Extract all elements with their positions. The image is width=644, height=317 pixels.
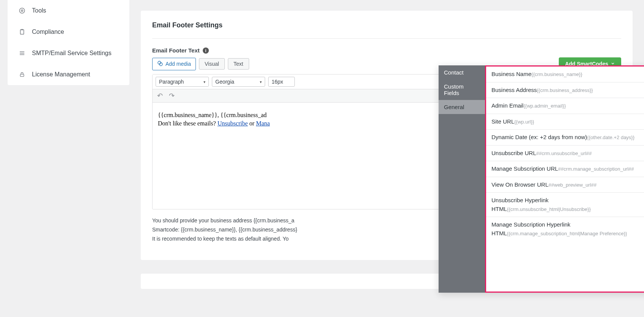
smartcodes-categories: Contact Custom Fields General (439, 65, 485, 293)
sidebar: Tools Compliance SMTP/Email Service Sett… (0, 0, 129, 317)
media-icon (157, 60, 163, 68)
smartcodes-list: Business Name{{crm.business_name}} Busin… (485, 65, 644, 293)
chevron-down-icon: ▾ (260, 80, 262, 84)
lock-icon (18, 71, 26, 78)
svg-rect-7 (20, 74, 24, 76)
redo-icon[interactable]: ↷ (169, 92, 175, 100)
text-tab[interactable]: Text (228, 58, 249, 70)
smartcodes-category-custom-fields[interactable]: Custom Fields (439, 79, 485, 100)
info-icon[interactable]: i (203, 48, 209, 54)
sidebar-item-label: Tools (32, 7, 46, 14)
chevron-down-icon: ▾ (204, 80, 205, 84)
svg-rect-3 (21, 29, 23, 30)
sidebar-item-smtp[interactable]: SMTP/Email Service Settings (8, 43, 129, 64)
gear-ring-icon (18, 7, 26, 14)
svg-point-0 (21, 10, 23, 12)
smartcodes-category-contact[interactable]: Contact (439, 65, 485, 79)
smartcodes-item-dynamic-date[interactable]: Dynamic Date (ex: +2 days from now){{oth… (486, 130, 644, 146)
unsubscribe-link[interactable]: Unsubscribe (218, 120, 248, 127)
sidebar-inner: Tools Compliance SMTP/Email Service Sett… (8, 0, 129, 85)
card-title: Email Footer Settings (152, 21, 621, 39)
visual-tab[interactable]: Visual (199, 58, 225, 70)
smartcodes-item-admin-email[interactable]: Admin Email{{wp.admin_email}} (486, 98, 644, 114)
smartcodes-item-manage-subscription-hyperlink[interactable]: Manage Subscription Hyperlink HTML{{crm.… (486, 217, 644, 241)
font-select[interactable]: Georgia ▾ (212, 77, 265, 87)
undo-icon[interactable]: ↶ (157, 92, 163, 100)
smartcodes-category-general[interactable]: General (439, 100, 485, 114)
smartcodes-item-site-url[interactable]: Site URL{{wp.url}} (486, 114, 644, 130)
smartcodes-category-filler (439, 114, 485, 293)
smartcodes-item-view-on-browser-url[interactable]: View On Browser URL##web_preview_url## (486, 177, 644, 193)
block-select[interactable]: Paragraph ▾ (156, 77, 209, 87)
sidebar-item-label: SMTP/Email Service Settings (32, 50, 111, 57)
section-label-row: Email Footer Text i (152, 47, 621, 54)
smartcodes-item-unsubscribe-hyperlink[interactable]: Unsubscribe Hyperlink HTML{{crm.unsubscr… (486, 193, 644, 217)
section-label: Email Footer Text (152, 47, 200, 54)
sidebar-item-label: License Management (32, 71, 90, 78)
block-select-value: Paragraph (159, 79, 184, 85)
add-media-button[interactable]: Add media (152, 58, 196, 70)
sidebar-item-compliance[interactable]: Compliance (8, 21, 129, 43)
smartcodes-panel: Contact Custom Fields General Business N… (439, 65, 644, 293)
settings-card: Email Footer Settings Email Footer Text … (141, 11, 633, 260)
smartcodes-item-unsubscribe-url[interactable]: Unsubscribe URL##crm.unsubscribe_url## (486, 146, 644, 162)
sidebar-item-tools[interactable]: Tools (8, 0, 129, 21)
clipboard-icon (18, 28, 26, 36)
main-content: Email Footer Settings Email Footer Text … (129, 0, 644, 317)
svg-point-1 (19, 8, 25, 13)
stack-icon (18, 49, 26, 57)
size-select-value: 16px (272, 79, 283, 85)
font-select-value: Georgia (215, 79, 234, 85)
add-media-label: Add media (165, 61, 191, 67)
manage-link[interactable]: Mana (256, 120, 270, 127)
sidebar-item-label: Compliance (32, 29, 64, 35)
smartcodes-item-manage-subscription-url[interactable]: Manage Subscription URL##crm.manage_subs… (486, 161, 644, 177)
svg-rect-2 (21, 30, 24, 34)
smartcodes-item-business-address[interactable]: Business Address{{crm.business_address}} (486, 82, 644, 98)
sidebar-item-license[interactable]: License Management (8, 64, 129, 85)
smartcodes-item-business-name[interactable]: Business Name{{crm.business_name}} (486, 67, 644, 82)
size-select[interactable]: 16px (268, 77, 295, 87)
